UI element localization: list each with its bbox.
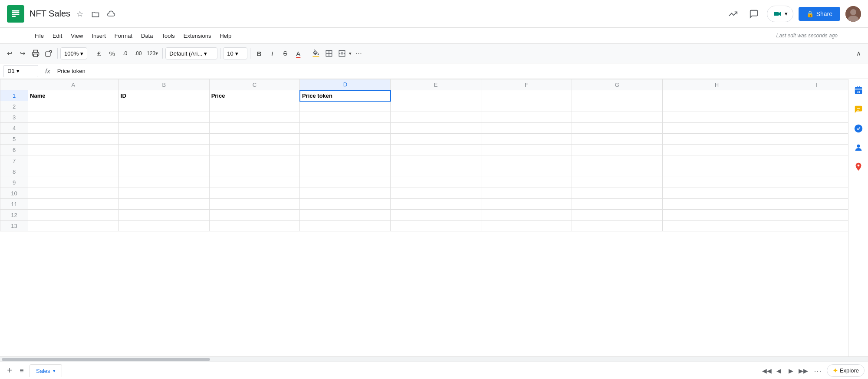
sheet-list-button[interactable]: ≡ [16, 365, 28, 377]
cell-F4[interactable] [481, 123, 572, 134]
row-header-8[interactable]: 8 [0, 166, 28, 177]
cell-A4[interactable] [28, 123, 119, 134]
cell-G5[interactable] [572, 134, 662, 145]
merge-button[interactable] [336, 47, 348, 59]
undo-button[interactable]: ↩ [3, 47, 16, 59]
cell-F6[interactable] [481, 145, 572, 155]
cell-F9[interactable] [481, 177, 572, 188]
cell-F13[interactable] [481, 221, 572, 231]
cell-D8[interactable] [300, 166, 391, 177]
cell-H4[interactable] [662, 123, 771, 134]
cell-C8[interactable] [209, 166, 300, 177]
cell-A9[interactable] [28, 177, 119, 188]
cell-E1[interactable] [391, 90, 481, 101]
cell-B10[interactable] [118, 188, 209, 199]
cell-B5[interactable] [118, 134, 209, 145]
row-header-9[interactable]: 9 [0, 177, 28, 188]
cell-G12[interactable] [572, 210, 662, 221]
row-header-4[interactable]: 4 [0, 123, 28, 134]
cell-C3[interactable] [209, 112, 300, 123]
cell-A1[interactable]: Name [28, 90, 119, 101]
row-header-5[interactable]: 5 [0, 134, 28, 145]
font-size-selector[interactable]: 10 ▾ [223, 47, 247, 59]
merge-arrow[interactable]: ▾ [349, 51, 352, 56]
cell-F11[interactable] [481, 199, 572, 210]
cell-E11[interactable] [391, 199, 481, 210]
cell-A8[interactable] [28, 166, 119, 177]
percent-button[interactable]: % [106, 47, 118, 59]
print-button[interactable] [30, 47, 42, 59]
meet-button[interactable]: ▾ [767, 6, 793, 22]
row-header-10[interactable]: 10 [0, 188, 28, 199]
cell-D3[interactable] [300, 112, 391, 123]
star-button[interactable]: ☆ [74, 8, 86, 20]
cell-A2[interactable] [28, 101, 119, 112]
cell-D10[interactable] [300, 188, 391, 199]
menu-insert[interactable]: Insert [87, 31, 110, 41]
cell-E5[interactable] [391, 134, 481, 145]
col-header-g[interactable]: G [572, 79, 662, 90]
paint-format-button[interactable] [43, 47, 55, 59]
text-color-button[interactable]: A [292, 47, 304, 59]
cell-B11[interactable] [118, 199, 209, 210]
cell-C2[interactable] [209, 101, 300, 112]
formula-content[interactable]: Price token [57, 68, 865, 74]
menu-file[interactable]: File [30, 31, 48, 41]
cell-C7[interactable] [209, 155, 300, 166]
comment-icon[interactable] [746, 6, 762, 22]
menu-tools[interactable]: Tools [157, 31, 179, 41]
cell-C5[interactable] [209, 134, 300, 145]
trend-icon[interactable] [725, 6, 741, 22]
cell-D4[interactable] [300, 123, 391, 134]
borders-button[interactable] [323, 47, 335, 59]
italic-button[interactable]: I [266, 47, 278, 59]
cell-E8[interactable] [391, 166, 481, 177]
row-header-13[interactable]: 13 [0, 221, 28, 231]
col-header-f[interactable]: F [481, 79, 572, 90]
cell-E12[interactable] [391, 210, 481, 221]
cell-H2[interactable] [662, 101, 771, 112]
currency-button[interactable]: £ [93, 47, 105, 59]
cell-A3[interactable] [28, 112, 119, 123]
cell-E13[interactable] [391, 221, 481, 231]
menu-view[interactable]: View [66, 31, 87, 41]
menu-data[interactable]: Data [137, 31, 157, 41]
cell-E6[interactable] [391, 145, 481, 155]
cell-D7[interactable] [300, 155, 391, 166]
cell-H3[interactable] [662, 112, 771, 123]
zoom-selector[interactable]: 100% ▾ [60, 47, 87, 59]
cell-B12[interactable] [118, 210, 209, 221]
cell-D6[interactable] [300, 145, 391, 155]
col-header-h[interactable]: H [662, 79, 771, 90]
cell-H8[interactable] [662, 166, 771, 177]
cell-C13[interactable] [209, 221, 300, 231]
row-header-7[interactable]: 7 [0, 155, 28, 166]
cell-H10[interactable] [662, 188, 771, 199]
cell-G1[interactable] [572, 90, 662, 101]
cell-E9[interactable] [391, 177, 481, 188]
cell-E2[interactable] [391, 101, 481, 112]
note-side-icon[interactable] [851, 102, 866, 117]
cell-H1[interactable] [662, 90, 771, 101]
cell-B8[interactable] [118, 166, 209, 177]
cell-F5[interactable] [481, 134, 572, 145]
row-header-2[interactable]: 2 [0, 101, 28, 112]
cell-A6[interactable] [28, 145, 119, 155]
cell-B13[interactable] [118, 221, 209, 231]
cell-D13[interactable] [300, 221, 391, 231]
move-to-folder-button[interactable] [89, 8, 102, 20]
cell-H7[interactable] [662, 155, 771, 166]
menu-edit[interactable]: Edit [48, 31, 66, 41]
cell-E4[interactable] [391, 123, 481, 134]
nav-prev-button[interactable]: ◀ [774, 366, 784, 376]
cell-B6[interactable] [118, 145, 209, 155]
add-sheet-button[interactable]: + [3, 365, 16, 377]
col-header-e[interactable]: E [391, 79, 481, 90]
cell-D11[interactable] [300, 199, 391, 210]
cell-B3[interactable] [118, 112, 209, 123]
cell-C10[interactable] [209, 188, 300, 199]
cell-D1[interactable]: Price token [300, 90, 391, 101]
nav-first-button[interactable]: ◀◀ [762, 366, 772, 376]
col-header-b[interactable]: B [118, 79, 209, 90]
fill-color-button[interactable] [310, 47, 322, 59]
